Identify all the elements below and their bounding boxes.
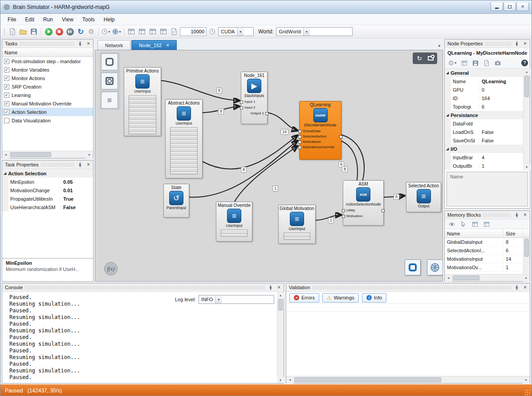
task-checkbox[interactable]: [4, 118, 9, 123]
zoom-to-fit-button[interactable]: [405, 259, 421, 275]
menu-run[interactable]: Run: [39, 15, 57, 24]
tab-node-152[interactable]: Node_152×: [131, 40, 177, 50]
task-checkbox[interactable]: [4, 101, 9, 106]
node-qlearning[interactable]: QLearning HARM DiscreteHarmNode GlobalDa…: [299, 101, 341, 160]
minimize-button[interactable]: [491, 3, 503, 11]
help-icon[interactable]: ?: [521, 60, 528, 66]
pin-icon[interactable]: [77, 40, 83, 47]
menu-view[interactable]: View: [57, 15, 78, 24]
node-selected-action[interactable]: Selected Action ≡ Output: [406, 182, 441, 212]
network-canvas[interactable]: 6 8 14 8 1 1 6 8 6 ≡ ↻: [95, 50, 443, 282]
log-level-select[interactable]: INFO ▾: [199, 295, 274, 304]
menu-tools[interactable]: Tools: [78, 15, 99, 24]
property-row[interactable]: InputBrar4: [445, 153, 523, 162]
input-port[interactable]: SelectedAction: [300, 133, 341, 139]
tab-list-dropdown-icon[interactable]: ▾: [438, 44, 440, 48]
scroll-up-icon[interactable]: ▴: [523, 69, 530, 75]
expander-icon[interactable]: ◢: [446, 113, 449, 117]
task-checkbox[interactable]: [4, 93, 9, 98]
property-value[interactable]: False: [479, 129, 523, 135]
scroll-left-icon[interactable]: ◂: [2, 151, 9, 158]
reset-view-button[interactable]: ↻: [414, 53, 424, 63]
warnings-filter-button[interactable]: ⚠Warnings: [322, 293, 359, 303]
property-row[interactable]: ID164: [445, 94, 523, 102]
scroll-track[interactable]: [9, 151, 86, 158]
close-button[interactable]: ×: [516, 3, 529, 11]
scroll-right-icon[interactable]: ▸: [86, 151, 93, 158]
horizontal-scrollbar[interactable]: ◂ ▸: [445, 274, 530, 281]
run-button[interactable]: [44, 27, 53, 36]
step-button[interactable]: ↻: [76, 27, 85, 36]
input-port[interactable]: Utility: [343, 207, 383, 213]
task-row[interactable]: Monitor Actions: [2, 74, 93, 82]
dashboard-window-icon[interactable]: [158, 27, 168, 36]
property-row[interactable]: UseHierarchicalASMFalse: [2, 203, 93, 211]
task-checkbox[interactable]: [4, 109, 9, 115]
task-checkbox[interactable]: [4, 76, 9, 81]
scroll-left-icon[interactable]: ◂: [286, 376, 293, 384]
task-row-selected[interactable]: Action Selection: [2, 108, 93, 116]
tasks-name-column-header[interactable]: Name: [2, 48, 93, 57]
property-value[interactable]: QLearning: [479, 79, 523, 84]
pin-icon[interactable]: [77, 162, 83, 168]
stopwatch-button[interactable]: [207, 27, 217, 36]
scroll-track[interactable]: [524, 238, 530, 274]
info-filter-button[interactable]: iInfo: [362, 293, 386, 303]
add-plot-icon[interactable]: [482, 219, 491, 229]
close-icon[interactable]: ×: [522, 40, 528, 47]
task-row[interactable]: SRP Creation: [2, 82, 93, 91]
property-category[interactable]: ◢Action Selection: [2, 169, 93, 178]
chevron-down-icon[interactable]: ▾: [303, 28, 310, 36]
tab-network[interactable]: Network: [97, 40, 130, 50]
close-icon[interactable]: ×: [85, 40, 92, 47]
pause-button[interactable]: ▮▮: [65, 27, 75, 36]
screenshot-button[interactable]: [426, 53, 435, 63]
new-project-icon[interactable]: [8, 27, 17, 36]
expander-icon[interactable]: ◢: [4, 171, 6, 175]
property-row[interactable]: SaveOnStFalse: [445, 136, 523, 145]
scroll-thumb[interactable]: [524, 76, 529, 97]
expander-icon[interactable]: ◢: [446, 71, 449, 75]
table-row[interactable]: SelectedActionI...6: [445, 246, 523, 255]
snapshot-icon[interactable]: [493, 58, 503, 68]
input-port[interactable]: MotivationsOverride: [300, 144, 341, 150]
property-value[interactable]: 164: [479, 96, 523, 101]
clear-node-data-icon[interactable]: [482, 58, 491, 68]
expression-button[interactable]: f(x): [104, 262, 118, 275]
palette-userinput-button[interactable]: ≡: [101, 92, 118, 109]
node-state[interactable]: State ↺ ParentInput: [163, 184, 189, 218]
save-node-data-icon[interactable]: [471, 58, 480, 68]
errors-filter-button[interactable]: ✕Errors: [289, 293, 319, 303]
property-value[interactable]: 0.05: [60, 179, 93, 185]
chevron-down-icon[interactable]: ▾: [215, 295, 222, 303]
task-checkbox[interactable]: [4, 84, 9, 89]
close-icon[interactable]: ×: [522, 284, 528, 291]
property-category[interactable]: ◢I/O: [445, 145, 523, 153]
close-icon[interactable]: ×: [276, 284, 282, 291]
property-row[interactable]: OutputBr1: [445, 162, 523, 170]
palette-node-button[interactable]: [101, 53, 118, 70]
property-row[interactable]: PropagateUtilitiesInTrue: [2, 194, 93, 203]
node-primitive-actions[interactable]: Primitive Actions ≡ UserInput: [124, 67, 161, 136]
task-checkbox[interactable]: [4, 59, 9, 64]
property-row[interactable]: MotivationChange0.01: [2, 186, 93, 194]
pin-icon[interactable]: [513, 40, 520, 47]
property-row[interactable]: Topologi6: [445, 102, 523, 111]
task-row[interactable]: Data Visualization: [2, 116, 93, 125]
plot-window-icon[interactable]: [148, 27, 158, 36]
memory-window-icon[interactable]: [137, 27, 147, 36]
horizontal-scrollbar[interactable]: ◂ ▸: [286, 376, 530, 383]
profile-icon[interactable]: ⚙: [86, 27, 96, 36]
task-row[interactable]: Manual Motivation Override: [2, 99, 93, 108]
save-project-icon[interactable]: [29, 27, 39, 36]
scroll-track[interactable]: [452, 275, 523, 281]
node-abstract-actions[interactable]: Abstract Actions ≡ UserInput: [165, 99, 203, 178]
scroll-thumb[interactable]: [10, 152, 51, 157]
pin-icon[interactable]: [267, 284, 274, 291]
stop-button[interactable]: [54, 27, 64, 36]
output-port[interactable]: Output 1: [241, 110, 267, 116]
property-row[interactable]: NameQLearning: [445, 77, 523, 85]
scroll-thumb[interactable]: [453, 275, 479, 280]
property-row[interactable]: LoadOnSFalse: [445, 128, 523, 136]
world-view-button[interactable]: [427, 259, 443, 275]
